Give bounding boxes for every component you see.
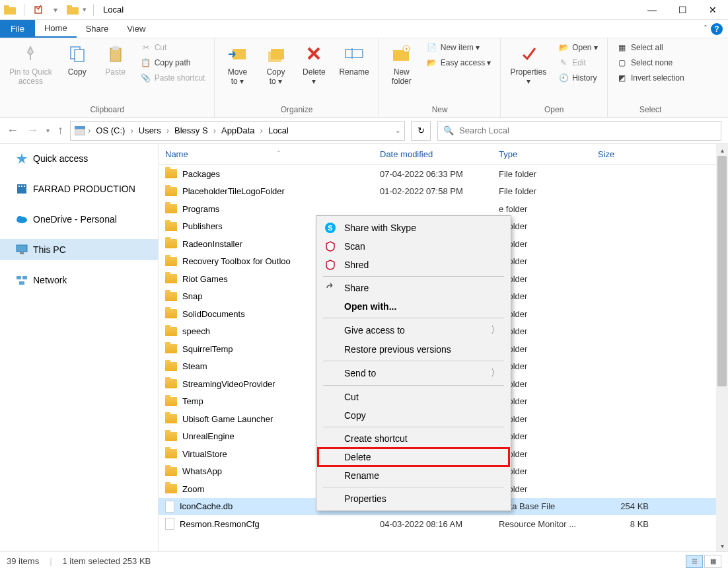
file-tab[interactable]: File xyxy=(0,20,35,38)
status-selection: 1 item selected 253 KB xyxy=(63,556,151,566)
qat-new-folder-icon[interactable]: ▾ xyxy=(48,3,63,17)
file-date: 04-03-2022 08:16 AM xyxy=(380,519,499,529)
minimize-button[interactable]: — xyxy=(637,0,667,20)
ctx-send-to[interactable]: Send to〉 xyxy=(318,363,509,383)
scroll-down-icon[interactable]: ▾ xyxy=(716,540,728,552)
file-type: e folder xyxy=(499,274,598,284)
folder-icon xyxy=(165,222,177,231)
ctx-label: Share xyxy=(344,283,369,293)
copy-button[interactable]: Copy xyxy=(61,41,93,78)
ctx-create-shortcut[interactable]: Create shortcut xyxy=(318,429,509,448)
history-button[interactable]: 🕘History xyxy=(556,71,601,85)
sidebar-item-quick-access[interactable]: Quick access xyxy=(0,148,158,169)
col-name[interactable]: Nameˆ xyxy=(159,144,373,164)
properties-button[interactable]: Properties ▾ xyxy=(507,41,549,88)
recent-drop-icon[interactable]: ▾ xyxy=(46,127,50,134)
help-icon[interactable]: ? xyxy=(711,23,723,35)
svg-rect-22 xyxy=(21,186,22,187)
folder-icon xyxy=(165,379,177,388)
edit-icon: ✎ xyxy=(558,57,569,68)
paste-shortcut-button[interactable]: 📎Paste shortcut xyxy=(138,71,208,85)
collapse-ribbon-icon[interactable]: ˆ xyxy=(704,24,707,34)
forward-button[interactable]: → xyxy=(26,124,38,137)
ctx-copy[interactable]: Copy xyxy=(318,406,509,425)
ctx-delete[interactable]: Delete xyxy=(318,448,509,466)
sidebar-item-label: Quick access xyxy=(33,153,88,164)
ctx-give-access-to[interactable]: Give access to〉 xyxy=(318,320,509,340)
close-button[interactable]: ✕ xyxy=(698,0,728,20)
paste-button[interactable]: Paste xyxy=(100,41,131,78)
refresh-button[interactable]: ↻ xyxy=(411,121,431,141)
sidebar-item-network[interactable]: Network xyxy=(0,269,158,291)
ctx-shred[interactable]: Shred xyxy=(318,256,509,274)
icons-view-button[interactable]: ▦ xyxy=(704,555,721,568)
copy-to-icon xyxy=(264,42,287,65)
col-date[interactable]: Date modified xyxy=(373,144,492,164)
select-none-button[interactable]: ▢Select none xyxy=(614,56,687,69)
file-type: Resource Monitor ... xyxy=(499,519,598,529)
folder-icon xyxy=(165,344,177,353)
invert-selection-button[interactable]: ◩Invert selection xyxy=(614,71,687,85)
svg-rect-1 xyxy=(4,5,9,9)
select-all-button[interactable]: ▦Select all xyxy=(614,41,687,54)
pin-to-quick-access-button[interactable]: Pin to Quick access xyxy=(7,41,55,88)
sidebar-item-onedrive---personal[interactable]: OneDrive - Personal xyxy=(0,209,158,230)
paste-shortcut-icon: 📎 xyxy=(141,73,151,83)
file-type: e folder xyxy=(499,239,598,249)
file-type: e folder xyxy=(499,379,598,389)
file-type: e folder xyxy=(499,204,598,214)
ctx-open-with-[interactable]: Open with... xyxy=(318,297,509,316)
copy-to-button[interactable]: Copy to ▾ xyxy=(260,41,291,88)
sidebar-item-label: Network xyxy=(33,275,67,285)
file-type: e folder xyxy=(499,256,598,266)
copy-path-button[interactable]: 📋Copy path xyxy=(138,56,208,69)
sidebar-item-label: FARRAD PRODUCTION xyxy=(33,184,135,194)
easy-access-button[interactable]: 📂Easy access ▾ xyxy=(424,56,494,69)
breadcrumb[interactable]: › OS (C:)› Users› Blessy S› AppData› Loc… xyxy=(70,121,405,141)
edit-button[interactable]: ✎Edit xyxy=(556,56,601,69)
file-name: Riot Games xyxy=(182,274,228,284)
col-type[interactable]: Type xyxy=(492,144,591,164)
open-button[interactable]: 📂Open ▾ xyxy=(556,41,601,54)
ctx-label: Create shortcut xyxy=(344,433,408,444)
cut-button[interactable]: ✂Cut xyxy=(138,41,208,54)
ctx-label: Give access to xyxy=(344,325,405,336)
move-to-button[interactable]: Move to ▾ xyxy=(221,41,253,88)
file-row[interactable]: Packages07-04-2022 06:33 PMFile folder xyxy=(159,165,728,183)
sidebar-item-this-pc[interactable]: This PC xyxy=(0,239,158,260)
tab-home[interactable]: Home xyxy=(35,20,77,38)
details-view-button[interactable]: ☰ xyxy=(686,555,703,568)
delete-button[interactable]: Delete ▾ xyxy=(298,41,330,88)
scroll-thumb[interactable] xyxy=(717,156,727,386)
ctx-label: Rename xyxy=(344,470,379,481)
ctx-share[interactable]: Share xyxy=(318,279,509,297)
file-name: Zoom xyxy=(182,484,204,494)
tab-view[interactable]: View xyxy=(118,20,155,38)
ctx-scan[interactable]: Scan xyxy=(318,237,509,256)
new-item-icon: 📄 xyxy=(427,42,437,53)
new-folder-button[interactable]: ✦ New folder xyxy=(386,41,418,88)
vertical-scrollbar[interactable]: ▴ ▾ xyxy=(716,144,728,552)
back-button[interactable]: ← xyxy=(7,124,18,137)
col-size[interactable]: Size xyxy=(591,144,728,164)
breadcrumb-drop-icon[interactable]: ⌄ xyxy=(395,127,400,134)
ctx-cut[interactable]: Cut xyxy=(318,388,509,406)
search-box[interactable]: 🔍 xyxy=(437,121,721,141)
tab-share[interactable]: Share xyxy=(77,20,118,38)
mcafee-icon xyxy=(324,259,336,271)
file-icon xyxy=(165,501,174,513)
maximize-button[interactable]: ☐ xyxy=(667,0,698,20)
rename-button[interactable]: Rename xyxy=(336,41,371,78)
file-row[interactable]: Resmon.ResmonCfg04-03-2022 08:16 AMResou… xyxy=(159,515,728,533)
search-input[interactable] xyxy=(459,125,715,135)
ctx-properties[interactable]: Properties xyxy=(318,489,509,508)
sidebar-item-farrad-production[interactable]: FARRAD PRODUCTION xyxy=(0,178,158,199)
new-item-button[interactable]: 📄New item ▾ xyxy=(424,41,494,54)
file-row[interactable]: PlaceholderTileLogoFolder01-02-2022 07:5… xyxy=(159,183,728,201)
scroll-up-icon[interactable]: ▴ xyxy=(716,144,728,156)
qat-properties-icon[interactable] xyxy=(31,3,46,17)
ctx-share-with-skype[interactable]: SShare with Skype xyxy=(318,219,509,237)
ctx-restore-previous-versions[interactable]: Restore previous versions xyxy=(318,340,509,359)
ctx-rename[interactable]: Rename xyxy=(318,466,509,485)
up-button[interactable]: ↑ xyxy=(57,124,63,137)
